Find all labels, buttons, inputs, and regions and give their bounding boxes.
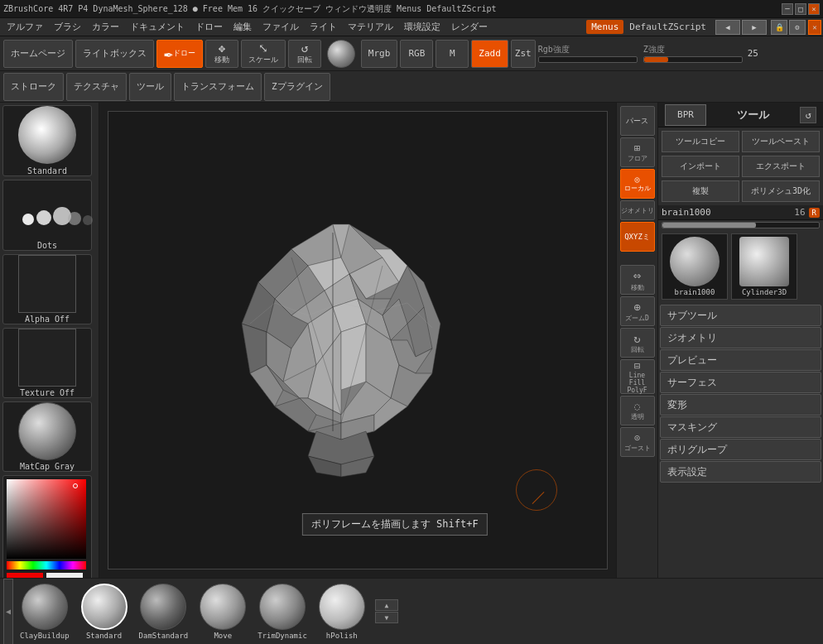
menu-material[interactable]: マテリアル: [343, 19, 398, 35]
tool-action-buttons: ツールコピー ツールペースト: [658, 127, 823, 156]
transparent-button[interactable]: ◌ 透明: [620, 396, 655, 425]
minimize-button[interactable]: ─: [782, 3, 793, 15]
subtool-slider[interactable]: [662, 222, 820, 228]
trimdynamic-brush[interactable]: TrimDynamic: [253, 580, 312, 643]
menu-alpha[interactable]: アルファ: [2, 19, 48, 35]
menu-defaultzscript[interactable]: DefaultZScript: [624, 20, 711, 34]
geometry-menu-item[interactable]: ジオメトリ: [660, 327, 821, 348]
matcap-section[interactable]: MatCap Gray: [2, 401, 92, 472]
tool-copy-button[interactable]: ツールコピー: [662, 131, 739, 152]
tool-button[interactable]: ツール: [129, 73, 171, 101]
import-button[interactable]: インポート: [662, 156, 739, 177]
masking-menu-item[interactable]: マスキング: [660, 416, 821, 438]
texture-section[interactable]: Texture Off: [2, 328, 92, 398]
rgb-button[interactable]: RGB: [400, 40, 433, 68]
line-fill-button[interactable]: ⊟ Line Fill PolyF: [620, 359, 655, 394]
menu-file[interactable]: ファイル: [257, 19, 304, 35]
export-button[interactable]: エクスポート: [742, 156, 820, 177]
maximize-button[interactable]: □: [795, 3, 806, 15]
surface-menu-item[interactable]: サーフェス: [660, 372, 821, 393]
menu-brush[interactable]: ブラシ: [49, 19, 86, 35]
menu-draw[interactable]: ドロー: [190, 19, 228, 35]
color-picker[interactable]: [2, 475, 92, 578]
geometry-small-button[interactable]: ジオメトリ: [620, 200, 655, 220]
scroll-left-arrow[interactable]: ◀: [3, 579, 13, 645]
ghost-button[interactable]: ⊙ ゴースト: [620, 427, 655, 457]
hpolish-brush[interactable]: hPolish: [314, 580, 370, 643]
material-preview[interactable]: [327, 40, 355, 68]
damstandard-brush[interactable]: DamStandard: [134, 580, 194, 643]
canvas-tooltip: ポリフレームを描画します Shift+F: [302, 513, 488, 536]
deform-menu-item[interactable]: 変形: [660, 394, 821, 416]
nav-left[interactable]: ◀: [715, 20, 740, 35]
menu-document[interactable]: ドキュメント: [125, 19, 190, 35]
brain-tool-preview[interactable]: brain1000: [662, 233, 728, 300]
preview-menu-item[interactable]: プレビュー: [660, 349, 821, 371]
scroll-up-button[interactable]: ▲: [375, 599, 398, 611]
panel-refresh-button[interactable]: ↺: [800, 107, 816, 123]
m-button[interactable]: M: [436, 40, 469, 68]
tool-previews: brain1000 Cylinder3D: [658, 230, 823, 303]
claybuildup-brush[interactable]: ClayBuildup: [15, 580, 75, 643]
menu-edit[interactable]: 編集: [229, 19, 257, 35]
canvas-area[interactable]: ポリフレームを描画します Shift+F: [99, 103, 616, 578]
mrgb-button[interactable]: Mrgb: [361, 40, 398, 68]
scroll-down-button[interactable]: ▼: [375, 612, 398, 623]
move-button[interactable]: ✥ 移動: [205, 40, 238, 68]
foreground-swatch[interactable]: [7, 573, 43, 578]
polymesh3d-button[interactable]: ポリメシュ3D化: [742, 180, 820, 202]
alpha-section[interactable]: Alpha Off: [2, 254, 92, 324]
homepage-button[interactable]: ホームページ: [3, 40, 73, 68]
cylinder-preview-image: [739, 237, 789, 286]
standard-brush-item[interactable]: Standard: [2, 105, 92, 176]
menu-bar: アルファ ブラシ カラー ドキュメント ドロー 編集 ファイル ライト マテリア…: [0, 18, 823, 36]
bpr-button[interactable]: BPR: [665, 104, 706, 126]
scale-button[interactable]: ⤡ スケール: [241, 40, 286, 68]
draw-button[interactable]: ✒ ドロー: [156, 40, 203, 68]
lightbox-button[interactable]: ライトボックス: [75, 40, 154, 68]
qxyz-button[interactable]: QXYZミ: [620, 222, 655, 252]
transform-button[interactable]: トランスフォーム: [174, 73, 262, 101]
polygroups-menu-item[interactable]: ポリグループ: [660, 439, 821, 460]
duplicate-button[interactable]: 複製: [662, 180, 739, 202]
move-side-button[interactable]: ⇔ 移動: [620, 265, 655, 295]
floor-button[interactable]: ⊞ フロア: [620, 137, 655, 167]
rotate-side-button[interactable]: ↻ 回転: [620, 328, 655, 358]
subtool-menu-item[interactable]: サブツール: [660, 305, 821, 326]
icon-lock[interactable]: 🔒: [771, 20, 787, 35]
rotate-button[interactable]: ↺ 回転: [288, 40, 321, 68]
color-gradient[interactable]: [7, 479, 86, 559]
zadd-button[interactable]: Zadd: [471, 40, 508, 68]
background-swatch[interactable]: [46, 573, 83, 578]
move-preview: [200, 584, 246, 630]
menu-render[interactable]: レンダー: [446, 19, 493, 35]
cylinder-tool-preview[interactable]: Cylinder3D: [731, 233, 797, 300]
tool-paste-button[interactable]: ツールペースト: [742, 131, 820, 152]
zoom-button[interactable]: ⊕ ズームD: [620, 296, 655, 326]
local-button[interactable]: ◎ ローカル: [620, 169, 655, 199]
menu-color[interactable]: カラー: [87, 19, 124, 35]
z-intensity-slider[interactable]: [643, 56, 743, 63]
display-settings-menu-item[interactable]: 表示設定: [660, 461, 821, 483]
menu-menus[interactable]: Menus: [586, 20, 623, 34]
perspective-button[interactable]: パース: [620, 106, 655, 136]
standard-bottom-brush[interactable]: Standard: [76, 580, 132, 643]
texture-button[interactable]: テクスチャ: [66, 73, 127, 101]
rgb-intensity-slider[interactable]: [538, 56, 638, 63]
zsub-button[interactable]: Zst: [511, 40, 536, 68]
zplugin-button[interactable]: Zプラグイン: [264, 73, 330, 101]
stroke-button[interactable]: ストローク: [3, 73, 64, 101]
hue-bar[interactable]: [7, 561, 86, 570]
alpha-preview: [18, 255, 76, 313]
icon-settings[interactable]: ⚙: [789, 20, 806, 35]
menu-preferences[interactable]: 環境設定: [399, 19, 445, 35]
close-button[interactable]: ×: [808, 3, 820, 15]
right-panel-header: BPR ツール ↺: [658, 103, 823, 127]
brain-preview-label: brain1000: [675, 288, 715, 296]
nav-right[interactable]: ▶: [742, 20, 767, 35]
move-brush[interactable]: Move: [195, 580, 251, 643]
window-controls[interactable]: ─ □ ×: [782, 3, 820, 15]
menu-light[interactable]: ライト: [305, 19, 342, 35]
close-icon[interactable]: ✕: [808, 20, 821, 35]
dots-brush-item[interactable]: Dots: [2, 180, 92, 251]
